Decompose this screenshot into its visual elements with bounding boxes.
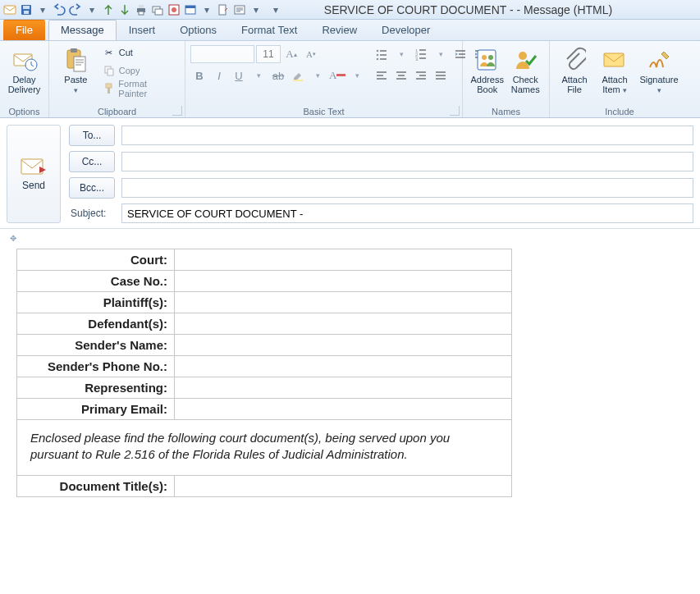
print-icon[interactable] bbox=[135, 3, 148, 16]
document-table[interactable]: Court: Case No.: Plaintiff(s): Defendant… bbox=[16, 249, 512, 497]
field-value[interactable] bbox=[175, 399, 512, 420]
cc-input[interactable] bbox=[121, 152, 693, 171]
redo-icon[interactable] bbox=[69, 3, 82, 16]
group-label-basic-text: Basic Text bbox=[185, 107, 462, 117]
svg-rect-52 bbox=[436, 71, 446, 73]
justify-button[interactable] bbox=[432, 66, 450, 85]
qat-tool3-dd[interactable]: ▾ bbox=[200, 3, 213, 16]
paste-button[interactable]: Paste ▾ bbox=[54, 43, 98, 104]
tab-message[interactable]: Message bbox=[48, 20, 117, 40]
font-color-dropdown[interactable]: ▾ bbox=[348, 66, 366, 85]
underline-button[interactable]: U bbox=[230, 66, 248, 85]
svg-rect-30 bbox=[380, 58, 387, 60]
field-value[interactable] bbox=[175, 335, 512, 356]
font-name-input[interactable] bbox=[190, 45, 254, 63]
bullets-dd[interactable]: ▾ bbox=[392, 45, 410, 63]
to-input[interactable] bbox=[121, 126, 693, 145]
cc-button[interactable]: Cc... bbox=[69, 151, 115, 172]
attach-file-button[interactable]: Attach File bbox=[555, 43, 594, 104]
svg-rect-44 bbox=[377, 75, 383, 76]
field-value[interactable] bbox=[175, 377, 512, 399]
field-value[interactable] bbox=[175, 249, 512, 271]
tab-format-text[interactable]: Format Text bbox=[229, 20, 309, 40]
field-value[interactable] bbox=[175, 356, 512, 377]
font-size-input[interactable]: 11 bbox=[256, 45, 281, 63]
field-value[interactable] bbox=[175, 313, 512, 335]
numbering-dd[interactable]: ▾ bbox=[432, 45, 450, 63]
numbering-button[interactable]: 123 bbox=[412, 45, 430, 63]
italic-button[interactable]: I bbox=[210, 66, 228, 85]
grow-font-button[interactable]: A▴ bbox=[282, 45, 300, 63]
align-left-button[interactable] bbox=[373, 66, 391, 85]
bullets-button[interactable] bbox=[373, 45, 391, 63]
send-button[interactable]: Send bbox=[7, 125, 61, 223]
svg-rect-54 bbox=[436, 78, 446, 80]
field-value[interactable] bbox=[175, 475, 512, 496]
tab-developer[interactable]: Developer bbox=[369, 20, 442, 40]
svg-rect-48 bbox=[396, 78, 406, 80]
bcc-button[interactable]: Bcc... bbox=[69, 177, 115, 199]
group-basic-text: 11 A▴ A▾ B I U ▾ ab ▾ A ▾ bbox=[185, 41, 463, 117]
qat-dropdown-icon[interactable]: ▾ bbox=[36, 3, 49, 16]
tab-file[interactable]: File bbox=[3, 20, 45, 40]
align-center-button[interactable] bbox=[392, 66, 410, 85]
previous-item-icon[interactable] bbox=[102, 3, 115, 16]
cut-icon: ✂ bbox=[103, 46, 116, 59]
cut-button[interactable]: ✂ Cut bbox=[99, 43, 180, 62]
group-label-clipboard: Clipboard bbox=[49, 107, 185, 117]
svg-text:3: 3 bbox=[415, 57, 419, 61]
delay-delivery-button[interactable]: Delay Delivery bbox=[5, 43, 43, 104]
clipboard-launcher-icon[interactable] bbox=[172, 106, 182, 116]
bcc-input[interactable] bbox=[121, 178, 693, 198]
attach-item-button[interactable]: Attach Item ▾ bbox=[594, 43, 635, 104]
align-right-button[interactable] bbox=[412, 66, 430, 85]
mail-body[interactable]: ✥ Court: Case No.: Plaintiff(s): Defenda… bbox=[0, 229, 700, 505]
format-painter-button[interactable]: Format Painter bbox=[99, 80, 180, 98]
signature-label: Signature▾ bbox=[639, 75, 678, 95]
svg-rect-0 bbox=[4, 6, 16, 14]
svg-rect-46 bbox=[396, 71, 406, 73]
save-icon[interactable] bbox=[20, 3, 33, 16]
address-book-button[interactable]: Address Book bbox=[468, 43, 506, 104]
subject-input[interactable] bbox=[121, 203, 693, 223]
qat-tool4-icon[interactable] bbox=[217, 3, 230, 16]
compose-header: Send To... Cc... Bcc... Subject: bbox=[0, 118, 700, 229]
highlight-button[interactable] bbox=[289, 66, 307, 85]
undo-icon[interactable] bbox=[53, 3, 66, 16]
tab-options[interactable]: Options bbox=[167, 20, 229, 40]
basic-text-launcher-icon[interactable] bbox=[450, 106, 460, 116]
highlight-dropdown[interactable]: ▾ bbox=[309, 66, 327, 85]
qat-customize-icon[interactable]: ▾ bbox=[269, 3, 282, 16]
svg-rect-6 bbox=[139, 11, 144, 15]
qat-tool5-dd[interactable]: ▾ bbox=[249, 3, 263, 16]
group-include: Attach File Attach Item ▾ Signature▾ Inc… bbox=[550, 41, 689, 117]
quick-access-toolbar: ▾ ▾ ▾ ▾ ▾ bbox=[0, 3, 286, 16]
svg-rect-19 bbox=[74, 57, 85, 71]
strike-button[interactable]: ab bbox=[269, 66, 287, 85]
qat-tool1-icon[interactable] bbox=[151, 3, 164, 16]
tab-insert[interactable]: Insert bbox=[117, 20, 168, 40]
check-names-button[interactable]: Check Names bbox=[506, 43, 544, 104]
enclosure-message[interactable]: Enclosed please find the following court… bbox=[17, 420, 512, 476]
paste-dropdown-icon: ▾ bbox=[74, 86, 78, 94]
to-button[interactable]: To... bbox=[69, 125, 115, 146]
next-item-icon[interactable] bbox=[118, 3, 131, 16]
copy-button[interactable]: Copy bbox=[99, 62, 180, 80]
field-value[interactable] bbox=[175, 271, 512, 292]
qat-tool3-icon[interactable] bbox=[184, 3, 197, 16]
qat-tool5-icon[interactable] bbox=[233, 3, 246, 16]
bold-button[interactable]: B bbox=[190, 66, 208, 85]
svg-point-10 bbox=[172, 7, 176, 12]
field-value[interactable] bbox=[175, 292, 512, 313]
qat-tool2-icon[interactable] bbox=[167, 3, 181, 16]
table-row: Sender's Phone No.: bbox=[17, 356, 512, 377]
svg-rect-50 bbox=[419, 75, 426, 76]
signature-button[interactable]: Signature▾ bbox=[635, 43, 683, 104]
table-anchor-icon: ✥ bbox=[10, 234, 16, 243]
svg-rect-21 bbox=[108, 69, 113, 75]
shrink-font-button[interactable]: A▾ bbox=[302, 45, 320, 63]
underline-dropdown[interactable]: ▾ bbox=[249, 66, 268, 85]
tab-review[interactable]: Review bbox=[309, 20, 369, 40]
svg-point-57 bbox=[488, 55, 493, 60]
font-color-button[interactable]: A bbox=[328, 66, 346, 85]
